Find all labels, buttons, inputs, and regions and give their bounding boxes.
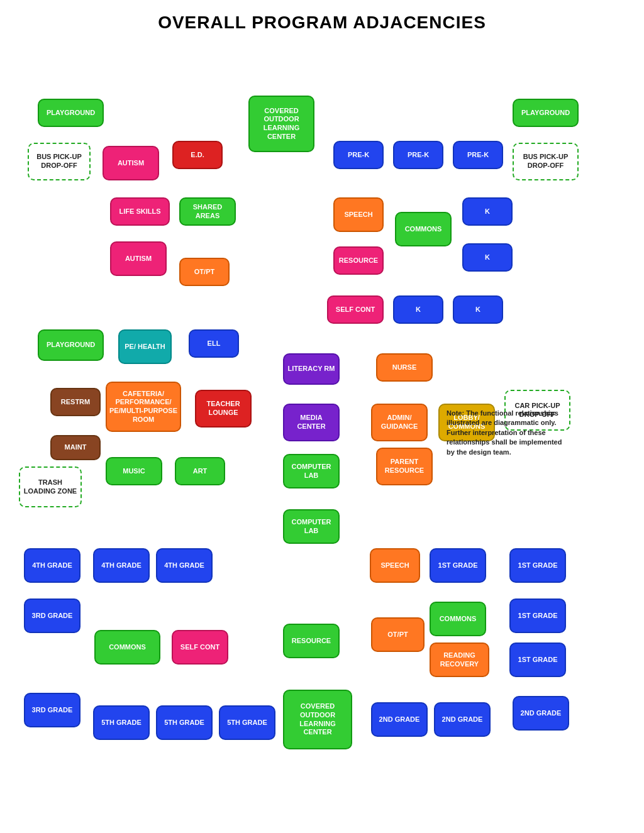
bus-pickup-right: BUS PICK-UP DROP-OFF [513,143,579,180]
pe-health: PE/ HEALTH [118,329,172,364]
self-cont-1: SELF CONT [327,295,384,324]
shared-areas: SHARED AREAS [179,197,236,226]
ell: ELL [189,329,239,358]
k-2: K [462,243,513,272]
page-title: OVERALL PROGRAM ADJACENCIES [0,0,644,39]
maint: MAINT [50,435,101,460]
speech-1: SPEECH [333,197,384,232]
art: ART [175,457,225,485]
commons-3: COMMONS [94,630,160,665]
nurse: NURSE [376,353,433,382]
restrm: RESTRM [50,388,101,416]
music: MUSIC [106,457,162,485]
computer-lab-1: COMPUTER LAB [283,454,340,488]
grade4-3: 4TH GRADE [156,548,213,583]
page: OVERALL PROGRAM ADJACENCIES PLAYGROUNDBU… [0,0,644,833]
grade2-3: 2ND GRADE [513,696,569,731]
grade1-1: 1ST GRADE [430,548,486,583]
covered-outdoor-tl: COVERED OUTDOOR LEARNING CENTER [248,96,314,152]
grade4-1: 4TH GRADE [24,548,80,583]
k-4: K [453,295,503,324]
prek-2: PRE-K [393,141,443,169]
otpt-2: OT/PT [371,617,425,652]
teacher-lounge: TEACHER LOUNGE [195,390,252,428]
grade2-1: 2ND GRADE [371,702,428,737]
bus-pickup-left: BUS PICK-UP DROP-OFF [28,143,91,180]
parent-resource: PARENT RESOURCE [376,448,433,485]
literacy-rm: LITERACY RM [283,353,340,385]
grade5-3: 5TH GRADE [219,705,275,740]
resource-2: RESOURCE [283,624,340,658]
autism-1: AUTISM [103,146,159,180]
prek-3: PRE-K [453,141,503,169]
grade3-2: 3RD GRADE [24,693,80,727]
note-box: Note: The functional relationships illus… [447,409,569,457]
k-1: K [462,197,513,226]
self-cont-2: SELF CONT [172,630,228,665]
otpt-1: OT/PT [179,258,230,286]
note-label: Note: [447,409,464,417]
grade1-4: 1ST GRADE [509,643,566,677]
admin-guidance: ADMIN/ GUIDANCE [371,404,428,441]
grade4-2: 4TH GRADE [93,548,150,583]
life-skills: LIFE SKILLS [110,197,170,226]
commons-1: COMMONS [395,212,452,246]
grade5-2: 5TH GRADE [156,705,213,740]
autism-2: AUTISM [110,241,167,276]
grade3-1: 3RD GRADE [24,599,80,633]
prek-1: PRE-K [333,141,384,169]
grade1-3: 1ST GRADE [509,599,566,633]
playground-mid: PLAYGROUND [38,329,104,361]
media-center: MEDIA CENTER [283,404,340,441]
playground-tr: PLAYGROUND [513,99,579,127]
computer-lab-2: COMPUTER LAB [283,509,340,544]
note-text: The functional relationships illustrated… [447,409,562,456]
covered-outdoor-bl: COVERED OUTDOOR LEARNING CENTER [283,690,352,749]
grade5-1: 5TH GRADE [93,705,150,740]
grade1-2: 1ST GRADE [509,548,566,583]
k-3: K [393,295,443,324]
playground-tl: PLAYGROUND [38,99,104,127]
speech-2: SPEECH [370,548,420,583]
grade2-2: 2ND GRADE [434,702,491,737]
resource-1: RESOURCE [333,246,384,275]
reading-recovery: READING RECOVERY [430,643,489,677]
trash-loading: TRASH LOADING ZONE [19,466,82,507]
ed: E.D. [172,141,223,169]
cafeteria: CAFETERIA/ PERFORMANCE/ PE/MULTI-PURPOSE… [106,382,181,432]
commons-2: COMMONS [430,602,486,636]
